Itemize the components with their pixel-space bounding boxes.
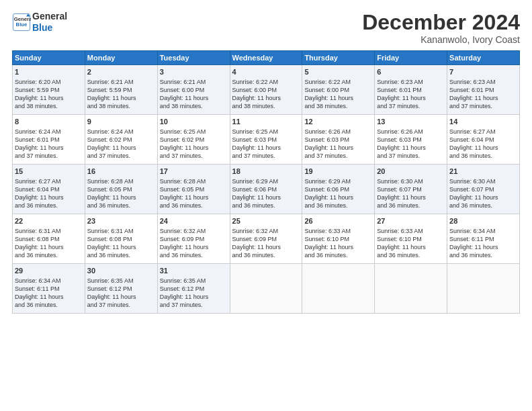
day-info-line: and 37 minutes. <box>449 102 517 110</box>
logo-icon: General Blue <box>12 13 31 32</box>
day-info-line: and 36 minutes. <box>15 251 83 259</box>
day-info-line: Daylight: 11 hours <box>232 243 300 251</box>
day-info-line: Sunset: 6:03 PM <box>377 136 445 144</box>
day-info-line: Sunrise: 6:24 AM <box>15 128 83 136</box>
day-number: 21 <box>449 167 517 177</box>
calendar-cell: 25Sunrise: 6:32 AMSunset: 6:09 PMDayligh… <box>230 214 302 264</box>
day-number: 30 <box>87 266 155 276</box>
location: Kananwolo, Ivory Coast <box>362 34 520 45</box>
day-info-line: Sunset: 6:05 PM <box>160 185 228 193</box>
day-number: 9 <box>87 117 155 127</box>
calendar-cell: 4Sunrise: 6:22 AMSunset: 6:00 PMDaylight… <box>230 65 302 115</box>
day-info-line: Daylight: 11 hours <box>232 144 300 152</box>
calendar-body: 1Sunrise: 6:20 AMSunset: 5:59 PMDaylight… <box>13 65 520 314</box>
calendar-cell: 7Sunrise: 6:23 AMSunset: 6:01 PMDaylight… <box>447 65 520 115</box>
day-info-line: Sunset: 6:06 PM <box>232 185 300 193</box>
day-number: 25 <box>232 216 300 226</box>
calendar-week-row: 22Sunrise: 6:31 AMSunset: 6:08 PMDayligh… <box>13 214 520 264</box>
calendar-cell: 19Sunrise: 6:29 AMSunset: 6:06 PMDayligh… <box>302 165 375 214</box>
day-number: 17 <box>160 167 228 177</box>
day-info-line: Sunrise: 6:26 AM <box>304 128 372 136</box>
calendar-cell: 11Sunrise: 6:25 AMSunset: 6:03 PMDayligh… <box>230 115 302 165</box>
calendar-cell: 22Sunrise: 6:31 AMSunset: 6:08 PMDayligh… <box>13 214 85 264</box>
day-info-line: and 36 minutes. <box>160 251 228 259</box>
day-number: 19 <box>304 167 372 177</box>
calendar-cell: 24Sunrise: 6:32 AMSunset: 6:09 PMDayligh… <box>157 214 230 264</box>
day-info-line: Sunrise: 6:31 AM <box>87 227 155 235</box>
day-info-line: and 36 minutes. <box>304 251 372 259</box>
calendar-week-row: 8Sunrise: 6:24 AMSunset: 6:01 PMDaylight… <box>13 115 520 165</box>
day-info-line: Sunset: 5:59 PM <box>87 86 155 94</box>
calendar-cell: 10Sunrise: 6:25 AMSunset: 6:02 PMDayligh… <box>157 115 230 165</box>
day-info-line: Sunset: 6:10 PM <box>377 235 445 243</box>
day-number: 7 <box>449 67 517 77</box>
day-number: 18 <box>232 167 300 177</box>
calendar-cell: 28Sunrise: 6:34 AMSunset: 6:11 PMDayligh… <box>447 214 520 264</box>
calendar-cell: 23Sunrise: 6:31 AMSunset: 6:08 PMDayligh… <box>85 214 157 264</box>
day-info-line: Daylight: 11 hours <box>377 94 445 102</box>
day-info-line: Daylight: 11 hours <box>87 144 155 152</box>
calendar-cell: 16Sunrise: 6:28 AMSunset: 6:05 PMDayligh… <box>85 165 157 214</box>
day-info-line: Sunrise: 6:25 AM <box>232 128 300 136</box>
day-info-line: Daylight: 11 hours <box>87 193 155 201</box>
day-info-line: Sunset: 6:12 PM <box>160 285 228 293</box>
day-info-line: and 36 minutes. <box>304 201 372 210</box>
day-number: 11 <box>232 117 300 127</box>
svg-text:General: General <box>14 16 31 22</box>
day-info-line: Sunset: 6:09 PM <box>160 235 228 243</box>
day-number: 5 <box>304 67 372 77</box>
day-info-line: Sunrise: 6:35 AM <box>160 277 228 285</box>
day-info-line: Daylight: 11 hours <box>87 94 155 102</box>
day-info-line: Daylight: 11 hours <box>160 243 228 251</box>
day-info-line: Sunset: 6:00 PM <box>304 86 372 94</box>
day-header-thursday: Thursday <box>302 51 375 65</box>
day-info-line: and 36 minutes. <box>15 301 83 309</box>
day-number: 10 <box>160 117 228 127</box>
day-number: 3 <box>160 67 228 77</box>
calendar-cell: 12Sunrise: 6:26 AMSunset: 6:03 PMDayligh… <box>302 115 375 165</box>
day-info-line: Sunset: 6:08 PM <box>87 235 155 243</box>
day-info-line: Sunset: 6:01 PM <box>377 86 445 94</box>
calendar-week-row: 1Sunrise: 6:20 AMSunset: 5:59 PMDaylight… <box>13 65 520 115</box>
calendar-cell: 14Sunrise: 6:27 AMSunset: 6:04 PMDayligh… <box>447 115 520 165</box>
logo-blue: Blue <box>32 22 67 34</box>
day-info-line: Sunset: 6:11 PM <box>449 235 517 243</box>
day-header-wednesday: Wednesday <box>230 51 302 65</box>
day-info-line: and 38 minutes. <box>160 102 228 110</box>
day-number: 23 <box>87 216 155 226</box>
calendar-cell: 3Sunrise: 6:21 AMSunset: 6:00 PMDaylight… <box>157 65 230 115</box>
day-number: 6 <box>377 67 445 77</box>
calendar-cell <box>302 264 375 314</box>
day-info-line: Daylight: 11 hours <box>160 94 228 102</box>
day-info-line: Daylight: 11 hours <box>160 144 228 152</box>
day-info-line: and 37 minutes. <box>377 102 445 110</box>
day-info-line: Sunset: 6:03 PM <box>304 136 372 144</box>
day-info-line: and 36 minutes. <box>449 251 517 259</box>
day-info-line: and 38 minutes. <box>304 102 372 110</box>
calendar-cell: 5Sunrise: 6:22 AMSunset: 6:00 PMDaylight… <box>302 65 375 115</box>
day-number: 1 <box>15 67 83 77</box>
day-info-line: Sunrise: 6:30 AM <box>377 177 445 185</box>
day-info-line: Daylight: 11 hours <box>160 293 228 301</box>
day-info-line: Sunrise: 6:33 AM <box>304 227 372 235</box>
day-info-line: and 37 minutes. <box>377 152 445 160</box>
day-info-line: Daylight: 11 hours <box>377 144 445 152</box>
calendar-cell: 20Sunrise: 6:30 AMSunset: 6:07 PMDayligh… <box>375 165 447 214</box>
day-info-line: Sunset: 6:07 PM <box>449 185 517 193</box>
day-info-line: Sunrise: 6:21 AM <box>87 78 155 86</box>
calendar-cell: 6Sunrise: 6:23 AMSunset: 6:01 PMDaylight… <box>375 65 447 115</box>
day-info-line: Sunrise: 6:23 AM <box>449 78 517 86</box>
day-info-line: and 36 minutes. <box>87 201 155 210</box>
calendar-cell: 2Sunrise: 6:21 AMSunset: 5:59 PMDaylight… <box>85 65 157 115</box>
calendar-cell: 15Sunrise: 6:27 AMSunset: 6:04 PMDayligh… <box>13 165 85 214</box>
day-info-line: Daylight: 11 hours <box>449 193 517 201</box>
day-info-line: and 37 minutes. <box>160 152 228 160</box>
day-info-line: Daylight: 11 hours <box>15 94 83 102</box>
day-info-line: Daylight: 11 hours <box>15 293 83 301</box>
day-info-line: Daylight: 11 hours <box>87 243 155 251</box>
calendar-cell: 30Sunrise: 6:35 AMSunset: 6:12 PMDayligh… <box>85 264 157 314</box>
day-info-line: Daylight: 11 hours <box>304 243 372 251</box>
day-info-line: Sunset: 6:07 PM <box>377 185 445 193</box>
day-info-line: Sunrise: 6:26 AM <box>377 128 445 136</box>
day-info-line: Sunrise: 6:22 AM <box>232 78 300 86</box>
